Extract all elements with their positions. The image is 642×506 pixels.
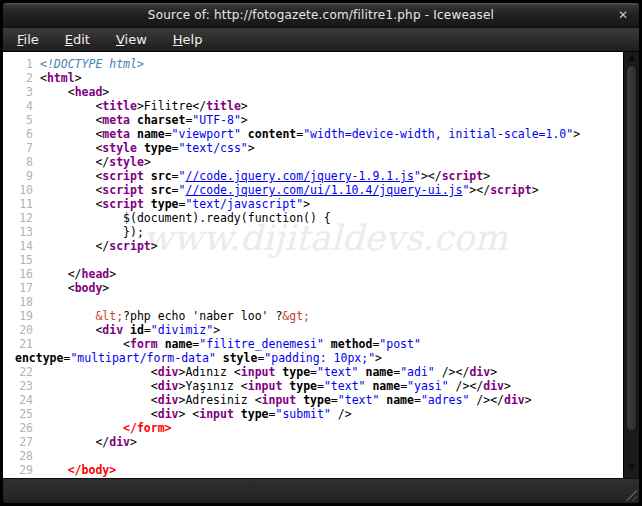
code-segment: "text" [317,365,359,379]
code-segment: = [310,365,317,379]
line-number: 3 [7,85,33,99]
code-segment: src [151,183,172,197]
title-bar[interactable]: Source of: http://fotogazete.com/filitre… [3,3,639,27]
code-segment [421,337,428,351]
resize-grip[interactable] [622,486,637,501]
code-segment: "width=device-width, initial-scale=1.0" [303,127,573,141]
code-segment: /></ [435,365,470,379]
line-number: 1 [7,57,33,71]
code-segment: script [102,183,144,197]
code-line: 21 <form name="filitre_denemesi" method=… [7,337,623,351]
scrollbar-thumb[interactable] [626,65,637,431]
line-number: 11 [7,197,33,211]
source-viewer-window: Source of: http://fotogazete.com/filitre… [0,0,642,506]
source-link[interactable]: //code.jquery.com/jquery-1.9.1.js [185,169,413,183]
code-segment: "text" [338,393,380,407]
code-segment: name [365,365,393,379]
source-link[interactable]: //code.jquery.com/ui/1.10.4/jquery-ui.js [185,183,462,197]
code-line: 28 [7,449,623,463]
code-line: 13 }); [7,225,623,239]
code-segment: < [40,197,102,211]
code-segment: /></ [469,393,504,407]
code-line-continuation: enctype="multipart/form-data" style="pad… [7,351,623,365]
close-icon[interactable]: ✕ [618,9,628,21]
line-number: 29 [7,463,33,477]
menu-view[interactable]: View [106,30,157,49]
code-segment: div [158,365,179,379]
code-segment: > [102,281,109,295]
code-segment: > [144,155,151,169]
line-number: 10 [7,183,33,197]
code-segment: head [82,267,110,281]
code-line: 17 <body> [7,281,623,295]
code-segment: < [40,127,102,141]
code-segment: type [289,379,317,393]
code-segment: div [109,435,130,449]
code-line: 9 <script src="//code.jquery.com/jquery-… [7,169,623,183]
line-number: 20 [7,323,33,337]
code-segment: > [490,365,497,379]
code-segment: div [504,393,525,407]
code-segment: </ [40,155,109,169]
code-segment: style [109,155,144,169]
code-line: 27 </div> [7,435,623,449]
menu-file[interactable]: File [7,30,49,49]
code-segment: > [248,141,255,155]
code-segment: < [40,407,158,421]
line-number: 8 [7,155,33,169]
code-segment: < [40,323,102,337]
code-segment: name [372,379,400,393]
code-segment: < [40,169,102,183]
scroll-up-arrow-icon[interactable] [628,55,636,61]
code-segment: input [241,365,276,379]
code-segment: enctype [15,351,63,365]
code-segment: = [414,393,421,407]
code-segment: name [165,337,193,351]
code-segment: script [102,169,144,183]
code-segment: form [130,337,158,351]
code-segment: < [40,141,102,155]
content-area: www.dijitaldevs.com 1<!DOCTYPE html>2<ht… [3,51,639,478]
scroll-down-arrow-icon[interactable] [628,464,636,470]
menu-edit[interactable]: Edit [55,30,100,49]
code-segment: input [199,407,234,421]
code-line: 7 <style type="text/css"> [7,141,623,155]
window-title: Source of: http://fotogazete.com/filitre… [148,8,494,22]
code-segment: ?php echo 'naber loo' ? [123,309,282,323]
line-number: 14 [7,239,33,253]
code-line: 8 </style> [7,155,623,169]
line-number: 28 [7,449,33,463]
code-line: 14 </script> [7,239,623,253]
code-segment [130,127,137,141]
code-segment [144,169,151,183]
code-line: 10 <script src="//code.jquery.com/ui/1.1… [7,183,623,197]
code-segment: </ [40,239,109,253]
line-number: 7 [7,141,33,155]
code-line: 4 <title>Filitre</title> [7,99,623,113]
code-segment: </body> [40,463,116,477]
code-segment: meta [102,127,130,141]
code-segment: > [75,71,82,85]
menu-help[interactable]: Help [163,30,213,49]
code-line: 29 </body> [7,463,623,477]
code-segment: "viewport" [172,127,241,141]
code-segment: ></ [421,169,442,183]
code-segment: script [102,197,144,211]
code-line: 23 <div>Yaşınız <input type="text" name=… [7,379,623,393]
code-segment: >Adınız < [178,365,240,379]
code-segment: type [282,365,310,379]
code-line: 22 <div>Adınız <input type="text" name="… [7,365,623,379]
code-segment: > [483,169,490,183]
code-segment: > [504,379,511,393]
code-segment: > [303,197,310,211]
code-segment: < [40,85,75,99]
code-line: 6 <meta name="viewport" content="width=d… [7,127,623,141]
code-segment: < [40,113,102,127]
code-segment: /> [331,407,352,421]
vertical-scrollbar[interactable] [623,52,639,478]
code-segment: type [144,141,172,155]
code-segment: "text/javascript" [185,197,303,211]
code-segment: div [469,365,490,379]
code-segment [144,183,151,197]
code-segment: = [317,379,324,393]
